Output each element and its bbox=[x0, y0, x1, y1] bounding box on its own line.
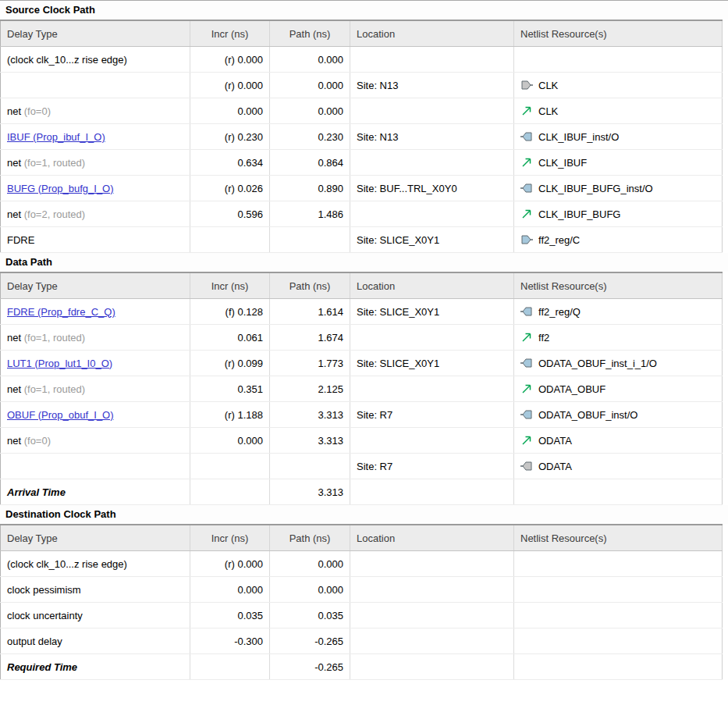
timing-row[interactable]: BUFG (Prop_bufg_I_O)(r) 0.0260.890Site: … bbox=[1, 176, 723, 201]
delay-type-link[interactable]: IBUF (Prop_ibuf_I_O) bbox=[7, 131, 105, 143]
delay-type-cell bbox=[1, 454, 190, 479]
timing-row[interactable]: net (fo=0)0.0003.313ODATA bbox=[1, 428, 723, 454]
location-cell: Site: N13 bbox=[350, 73, 514, 98]
delay-type-cell: net (fo=1, routed) bbox=[1, 325, 190, 351]
netlist-resource-cell[interactable]: ff2_reg/Q bbox=[514, 299, 723, 325]
timing-row[interactable]: OBUF (Prop_obuf_I_O)(r) 1.1883.313Site: … bbox=[1, 402, 723, 428]
netlist-resource-label: ff2_reg/C bbox=[538, 234, 580, 246]
column-header-path[interactable]: Path (ns) bbox=[270, 20, 350, 47]
location-cell: Site: BUF...TRL_X0Y0 bbox=[350, 176, 514, 201]
delay-type-label: Arrival Time bbox=[7, 486, 66, 498]
delay-type-label: net bbox=[7, 435, 21, 447]
delay-type-cell: IBUF (Prop_ibuf_I_O) bbox=[1, 124, 190, 150]
netlist-resource-cell[interactable]: CLK bbox=[514, 98, 723, 124]
location-cell bbox=[350, 551, 514, 577]
timing-row[interactable]: LUT1 (Prop_lut1_I0_O)(r) 0.0991.773Site:… bbox=[1, 351, 723, 376]
delay-type-label: net bbox=[7, 157, 21, 169]
location-cell bbox=[350, 603, 514, 628]
netlist-resource-label: ff2 bbox=[538, 332, 549, 344]
timing-row[interactable]: IBUF (Prop_ibuf_I_O)(r) 0.2300.230Site: … bbox=[1, 124, 723, 150]
incr-cell: (f) 0.128 bbox=[190, 299, 270, 325]
column-header-incr[interactable]: Incr (ns) bbox=[190, 525, 270, 551]
column-header-delay-type[interactable]: Delay Type bbox=[1, 20, 190, 47]
column-header-path[interactable]: Path (ns) bbox=[270, 525, 350, 551]
timing-row[interactable]: output delay-0.300-0.265 bbox=[1, 628, 723, 654]
netlist-resource-cell bbox=[514, 479, 723, 505]
netlist-resource-cell[interactable]: CLK_IBUF_BUFG_inst/O bbox=[514, 176, 723, 201]
path-cell: 0.890 bbox=[270, 176, 350, 201]
timing-row[interactable]: (r) 0.0000.000Site: N13CLK bbox=[1, 73, 723, 98]
netlist-resource-cell[interactable]: ODATA bbox=[514, 428, 723, 454]
timing-row[interactable]: Site: R7ODATA bbox=[1, 454, 723, 479]
delay-type-cell: OBUF (Prop_obuf_I_O) bbox=[1, 402, 190, 428]
timing-row[interactable]: net (fo=2, routed)0.5961.486CLK_IBUF_BUF… bbox=[1, 201, 723, 227]
delay-type-link[interactable]: OBUF (Prop_obuf_I_O) bbox=[7, 409, 114, 421]
delay-type-link[interactable]: LUT1 (Prop_lut1_I0_O) bbox=[7, 358, 112, 369]
timing-row[interactable]: Arrival Time3.313 bbox=[1, 479, 723, 505]
timing-row[interactable]: net (fo=1, routed)0.6340.864CLK_IBUF bbox=[1, 150, 723, 176]
delay-type-label: FDRE bbox=[7, 234, 34, 246]
netlist-resource-cell bbox=[514, 551, 723, 577]
incr-cell bbox=[190, 227, 270, 253]
netlist-resource-cell[interactable]: CLK_IBUF_inst/O bbox=[514, 124, 723, 150]
netlist-resource-cell[interactable]: CLK_IBUF bbox=[514, 150, 723, 176]
timing-row[interactable]: FDRESite: SLICE_X0Y1ff2_reg/C bbox=[1, 227, 723, 253]
section-title: Destination Clock Path bbox=[0, 505, 728, 524]
path-cell: 3.313 bbox=[270, 479, 350, 505]
netlist-resource-cell[interactable]: ff2_reg/C bbox=[514, 227, 723, 253]
output-pin-icon bbox=[520, 358, 533, 369]
delay-type-cell: Arrival Time bbox=[1, 479, 190, 505]
path-cell: 1.674 bbox=[270, 325, 350, 351]
timing-row[interactable]: FDRE (Prop_fdre_C_Q)(f) 0.1281.614Site: … bbox=[1, 299, 723, 325]
column-header-delay-type[interactable]: Delay Type bbox=[1, 272, 190, 299]
netlist-resource-cell[interactable]: ODATA_OBUF bbox=[514, 376, 723, 402]
timing-row[interactable]: net (fo=1, routed)0.3512.125ODATA_OBUF bbox=[1, 376, 723, 402]
delay-type-cell bbox=[1, 73, 190, 98]
delay-type-cell: clock pessimism bbox=[1, 577, 190, 603]
header-row: Delay Type Incr (ns) Path (ns) Location … bbox=[1, 525, 723, 551]
input-pin-icon bbox=[520, 234, 533, 245]
delay-type-label: net bbox=[7, 383, 21, 395]
location-cell bbox=[350, 150, 514, 176]
netlist-resource-label: CLK_IBUF bbox=[538, 157, 587, 169]
path-section: Destination Clock Path Delay Type Incr (… bbox=[0, 505, 728, 680]
timing-row[interactable]: (clock clk_10...z rise edge)(r) 0.0000.0… bbox=[1, 47, 723, 73]
delay-type-link[interactable]: FDRE (Prop_fdre_C_Q) bbox=[7, 306, 115, 318]
netlist-resource-cell[interactable]: ODATA_OBUF_inst/O bbox=[514, 402, 723, 428]
timing-row[interactable]: Required Time-0.265 bbox=[1, 654, 723, 680]
netlist-resource-cell[interactable]: ODATA_OBUF_inst_i_1/O bbox=[514, 351, 723, 376]
path-section: Source Clock Path Delay Type Incr (ns) P… bbox=[0, 1, 728, 253]
column-header-location[interactable]: Location bbox=[350, 272, 514, 299]
delay-type-label: output delay bbox=[7, 636, 62, 647]
column-header-netlist-resources[interactable]: Netlist Resource(s) bbox=[514, 525, 723, 551]
location-cell bbox=[350, 325, 514, 351]
path-cell: 0.230 bbox=[270, 124, 350, 150]
netlist-resource-cell[interactable]: CLK bbox=[514, 73, 723, 98]
column-header-delay-type[interactable]: Delay Type bbox=[1, 525, 190, 551]
column-header-incr[interactable]: Incr (ns) bbox=[190, 20, 270, 47]
timing-row[interactable]: (clock clk_10...z rise edge)(r) 0.0000.0… bbox=[1, 551, 723, 577]
column-header-path[interactable]: Path (ns) bbox=[270, 272, 350, 299]
delay-type-cell: LUT1 (Prop_lut1_I0_O) bbox=[1, 351, 190, 376]
path-cell: 1.614 bbox=[270, 299, 350, 325]
column-header-incr[interactable]: Incr (ns) bbox=[190, 272, 270, 299]
column-header-location[interactable]: Location bbox=[350, 20, 514, 47]
timing-row[interactable]: net (fo=0)0.0000.000CLK bbox=[1, 98, 723, 124]
section-title: Data Path bbox=[0, 253, 728, 272]
delay-type-label: net bbox=[7, 105, 21, 117]
netlist-resource-cell[interactable]: ODATA bbox=[514, 454, 723, 479]
delay-type-label: (clock clk_10...z rise edge) bbox=[7, 558, 127, 570]
netlist-resource-label: CLK_IBUF_BUFG bbox=[538, 208, 620, 220]
timing-row[interactable]: clock uncertainty0.0350.035 bbox=[1, 603, 723, 628]
delay-type-link[interactable]: BUFG (Prop_bufg_I_O) bbox=[7, 183, 114, 194]
netlist-resource-cell[interactable]: ff2 bbox=[514, 325, 723, 351]
timing-row[interactable]: clock pessimism0.0000.000 bbox=[1, 577, 723, 603]
netlist-resource-cell[interactable]: CLK_IBUF_BUFG bbox=[514, 201, 723, 227]
timing-row[interactable]: net (fo=1, routed)0.0611.674ff2 bbox=[1, 325, 723, 351]
path-cell: 0.000 bbox=[270, 551, 350, 577]
column-header-netlist-resources[interactable]: Netlist Resource(s) bbox=[514, 20, 723, 47]
column-header-location[interactable]: Location bbox=[350, 525, 514, 551]
column-header-netlist-resources[interactable]: Netlist Resource(s) bbox=[514, 272, 723, 299]
delay-type-cell: net (fo=1, routed) bbox=[1, 150, 190, 176]
delay-type-cell: (clock clk_10...z rise edge) bbox=[1, 551, 190, 577]
